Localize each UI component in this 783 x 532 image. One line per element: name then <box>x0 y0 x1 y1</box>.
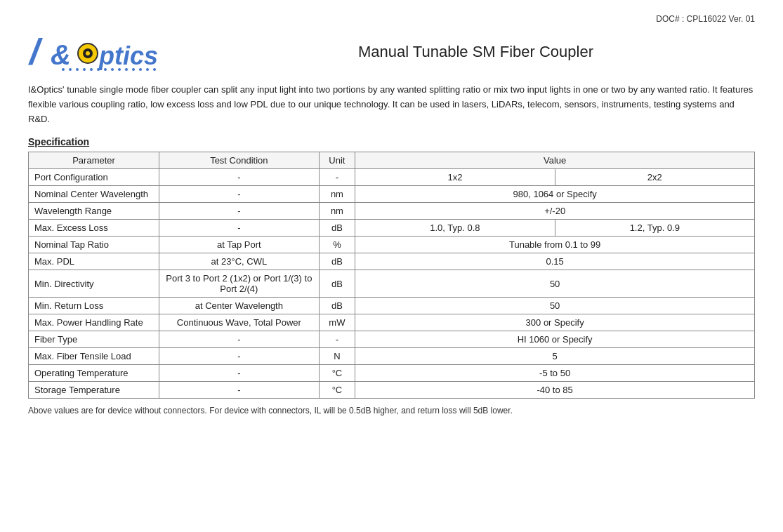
table-row: Port Configuration--1x22x2 <box>29 169 755 186</box>
svg-point-10 <box>90 68 93 71</box>
spec-table: Parameter Test Condition Unit Value Port… <box>28 152 755 399</box>
doc-reference: DOC# : CPL16022 Ver. 01 <box>28 14 755 24</box>
cell-unit: - <box>319 331 355 348</box>
cell-unit: N <box>319 348 355 365</box>
cell-parameter: Max. Power Handling Rate <box>29 314 159 331</box>
cell-value-1x2: 1x2 <box>355 169 555 186</box>
svg-point-17 <box>139 68 142 71</box>
cell-value: -40 to 85 <box>355 382 755 399</box>
table-row: Min. DirectivityPort 3 to Port 2 (1x2) o… <box>29 270 755 298</box>
cell-parameter: Wavelength Range <box>29 203 159 220</box>
cell-value-2x2: 2x2 <box>555 169 754 186</box>
cell-test-condition: - <box>159 382 319 399</box>
cell-value: Tunable from 0.1 to 99 <box>355 237 755 253</box>
cell-test-condition: Port 3 to Port 2 (1x2) or Port 1/(3) to … <box>159 270 319 298</box>
cell-parameter: Max. Excess Loss <box>29 220 159 237</box>
description: I&Optics' tunable single mode fiber coup… <box>28 83 755 126</box>
table-row: Storage Temperature-°C-40 to 85 <box>29 382 755 399</box>
cell-unit: °C <box>319 365 355 382</box>
cell-parameter: Max. Fiber Tensile Load <box>29 348 159 365</box>
svg-point-4 <box>86 51 90 55</box>
cell-test-condition: - <box>159 348 319 365</box>
cell-value: 300 or Specify <box>355 314 755 331</box>
col-header-test-condition: Test Condition <box>159 152 319 169</box>
cell-value: 5 <box>355 348 755 365</box>
table-row: Max. Fiber Tensile Load-N5 <box>29 348 755 365</box>
cell-parameter: Storage Temperature <box>29 382 159 399</box>
svg-point-9 <box>83 68 86 71</box>
cell-test-condition: at Tap Port <box>159 237 319 253</box>
svg-point-6 <box>62 68 65 71</box>
cell-test-condition: - <box>159 186 319 203</box>
cell-value: HI 1060 or Specify <box>355 331 755 348</box>
cell-unit: dB <box>319 253 355 270</box>
table-row: Max. PDLat 23°C, CWLdB0.15 <box>29 253 755 270</box>
cell-parameter: Nominal Tap Ratio <box>29 237 159 253</box>
cell-test-condition: Continuous Wave, Total Power <box>159 314 319 331</box>
logo-area: / & ptics <box>28 31 183 73</box>
cell-unit: dB <box>319 270 355 298</box>
cell-test-condition: - <box>159 365 319 382</box>
svg-text:ptics: ptics <box>98 41 158 70</box>
cell-parameter: Min. Directivity <box>29 270 159 298</box>
svg-point-13 <box>111 68 114 71</box>
cell-value: 0.15 <box>355 253 755 270</box>
cell-parameter: Fiber Type <box>29 331 159 348</box>
cell-value-1x2: 1.0, Typ. 0.8 <box>355 220 555 237</box>
svg-point-7 <box>69 68 72 71</box>
cell-unit: - <box>319 169 355 186</box>
cell-unit: mW <box>319 314 355 331</box>
company-logo: / & ptics <box>28 31 169 73</box>
table-row: Min. Return Lossat Center WavelengthdB50 <box>29 298 755 314</box>
cell-unit: dB <box>319 298 355 314</box>
cell-value: 50 <box>355 298 755 314</box>
svg-point-15 <box>125 68 128 71</box>
svg-text:&: & <box>51 39 71 70</box>
table-row: Max. Excess Loss-dB1.0, Typ. 0.81.2, Typ… <box>29 220 755 237</box>
cell-test-condition: - <box>159 203 319 220</box>
cell-test-condition: - <box>159 331 319 348</box>
header-row: / & ptics Manual Tunable SM Fib <box>28 31 755 73</box>
table-row: Wavelength Range-nm+/-20 <box>29 203 755 220</box>
cell-unit: °C <box>319 382 355 399</box>
cell-unit: dB <box>319 220 355 237</box>
col-header-unit: Unit <box>319 152 355 169</box>
cell-test-condition: - <box>159 169 319 186</box>
cell-value: 980, 1064 or Specify <box>355 186 755 203</box>
svg-point-12 <box>104 68 107 71</box>
svg-point-18 <box>146 68 149 71</box>
cell-test-condition: at 23°C, CWL <box>159 253 319 270</box>
svg-text:/: / <box>28 32 44 72</box>
footer-note: Above values are for device without conn… <box>28 406 755 415</box>
cell-value: -5 to 50 <box>355 365 755 382</box>
cell-value: +/-20 <box>355 203 755 220</box>
table-row: Fiber Type--HI 1060 or Specify <box>29 331 755 348</box>
svg-point-11 <box>97 68 100 71</box>
cell-test-condition: at Center Wavelength <box>159 298 319 314</box>
table-row: Nominal Tap Ratioat Tap Port%Tunable fro… <box>29 237 755 253</box>
cell-parameter: Nominal Center Wavelength <box>29 186 159 203</box>
col-header-parameter: Parameter <box>29 152 159 169</box>
cell-parameter: Min. Return Loss <box>29 298 159 314</box>
cell-unit: nm <box>319 186 355 203</box>
svg-point-19 <box>153 68 156 71</box>
table-row: Max. Power Handling RateContinuous Wave,… <box>29 314 755 331</box>
col-header-value: Value <box>355 152 755 169</box>
cell-parameter: Port Configuration <box>29 169 159 186</box>
product-title: Manual Tunable SM Fiber Coupler <box>183 43 755 61</box>
cell-test-condition: - <box>159 220 319 237</box>
svg-point-8 <box>76 68 79 71</box>
cell-unit: nm <box>319 203 355 220</box>
cell-parameter: Operating Temperature <box>29 365 159 382</box>
svg-point-14 <box>118 68 121 71</box>
cell-unit: % <box>319 237 355 253</box>
svg-point-16 <box>132 68 135 71</box>
cell-parameter: Max. PDL <box>29 253 159 270</box>
cell-value-2x2: 1.2, Typ. 0.9 <box>555 220 754 237</box>
table-row: Operating Temperature-°C-5 to 50 <box>29 365 755 382</box>
table-row: Nominal Center Wavelength-nm980, 1064 or… <box>29 186 755 203</box>
section-title: Specification <box>28 136 755 147</box>
cell-value: 50 <box>355 270 755 298</box>
